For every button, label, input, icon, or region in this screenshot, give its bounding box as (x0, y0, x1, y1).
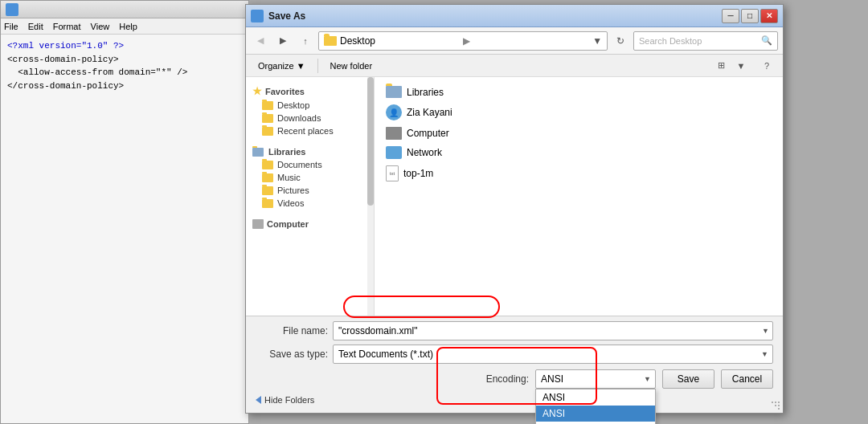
savetype-select-wrapper[interactable]: Text Documents (*.txt) (333, 344, 773, 364)
nav-item-music[interactable]: Music (246, 171, 374, 184)
resize-dots-row2 (775, 405, 780, 406)
file-item-network[interactable]: Network (381, 144, 776, 161)
address-text: Desktop (340, 35, 457, 47)
nav-item-pictures[interactable]: Pictures (246, 184, 374, 197)
menu-help[interactable]: Help (119, 22, 137, 31)
scrollbar-thumb[interactable] (367, 77, 374, 206)
refresh-button[interactable]: ↻ (611, 32, 630, 50)
favorites-section: ★ Favorites Desktop Downloads Recent pla… (246, 84, 374, 137)
music-folder-icon (262, 173, 273, 182)
resize-dots-row3 (778, 408, 780, 410)
nav-item-desktop[interactable]: Desktop (246, 99, 374, 112)
nav-label-music: Music (277, 173, 301, 182)
minimize-button[interactable]: ─ (722, 9, 739, 23)
libraries-section: Libraries Documents Music Pictures Video… (246, 144, 374, 210)
filename-label: File name: (256, 325, 328, 336)
new-folder-button[interactable]: New folder (325, 57, 379, 75)
xml-line-4: </cross-domain-policy> (7, 80, 242, 93)
editor-app-icon (6, 3, 18, 16)
filename-row: File name: "crossdomain.xml" ▼ (256, 321, 773, 340)
hide-folders-button[interactable]: Hide Folders (256, 395, 314, 405)
nav-item-downloads[interactable]: Downloads (246, 112, 374, 124)
help-icon[interactable]: ? (757, 57, 776, 75)
resize-dot (775, 405, 776, 406)
file-item-libraries[interactable]: Libraries (381, 84, 776, 100)
encoding-select[interactable]: ANSI Unicode Unicode big endian UTF-8 (535, 369, 656, 389)
menu-view[interactable]: View (91, 22, 110, 31)
dialog-toolbar: Organize ▼ New folder ⊞ ▼ ? (246, 55, 783, 77)
encoding-menu-ansi[interactable]: ANSI (536, 389, 655, 406)
nav-label-pictures: Pictures (277, 186, 309, 195)
editor-titlebar (1, 1, 248, 18)
resize-dot (772, 402, 773, 403)
back-button[interactable]: ◀ (251, 32, 270, 50)
nav-item-videos[interactable]: Videos (246, 197, 374, 210)
hide-folders-label: Hide Folders (264, 395, 314, 405)
file-item-zia[interactable]: 👤 Zia Kayani (381, 102, 776, 123)
nav-item-recent[interactable]: Recent places (246, 124, 374, 137)
search-box[interactable]: Search Desktop 🔍 (633, 31, 778, 51)
cancel-button[interactable]: Cancel (721, 369, 773, 389)
file-item-computer[interactable]: Computer (381, 124, 776, 142)
xml-line-1: <?xml version="1.0" ?> (7, 39, 242, 53)
address-input-box[interactable]: Desktop ▶ ▼ (318, 31, 608, 51)
file-name-computer: Computer (407, 128, 449, 139)
favorites-header: ★ Favorites (246, 84, 374, 99)
computer-text: Computer (267, 219, 309, 229)
resize-handle[interactable] (768, 398, 780, 410)
address-bar: ◀ ▶ ↑ Desktop ▶ ▼ ↻ Search Desktop 🔍 (246, 27, 783, 55)
dialog-title-text: Save As (268, 10, 305, 22)
encoding-menu-ansi-selected[interactable]: ANSI (536, 406, 655, 422)
organize-button[interactable]: Organize ▼ (252, 57, 311, 75)
star-icon: ★ (252, 85, 262, 97)
nav-label-videos: Videos (277, 198, 304, 208)
editor-content-area: <?xml version="1.0" ?> <cross-domain-pol… (1, 35, 248, 97)
file-list-panel: Libraries 👤 Zia Kayani Computer Network … (375, 77, 783, 316)
view-dropdown-icon[interactable]: ▼ (731, 57, 751, 75)
filename-value: "crossdomain.xml" (338, 325, 418, 336)
encoding-row: Encoding: ANSI Unicode Unicode big endia… (256, 368, 773, 392)
dialog-content-area: ★ Favorites Desktop Downloads Recent pla… (246, 77, 783, 316)
menu-edit[interactable]: Edit (28, 22, 43, 31)
organize-dropdown-icon: ▼ (297, 61, 305, 71)
forward-button[interactable]: ▶ (273, 32, 293, 50)
savetype-select[interactable]: Text Documents (*.txt) (333, 344, 773, 364)
new-folder-label: New folder (330, 61, 373, 71)
file-name-zia: Zia Kayani (407, 107, 452, 118)
organize-label: Organize (258, 61, 294, 71)
resize-dot (775, 402, 776, 403)
view-icons-group[interactable]: ⊞ ▼ (711, 57, 751, 75)
scrollbar-track[interactable] (367, 77, 374, 316)
save-button[interactable]: Save (662, 369, 714, 389)
menu-file[interactable]: File (4, 22, 18, 31)
desktop-folder-icon (262, 101, 273, 110)
up-button[interactable]: ↑ (296, 32, 315, 50)
maximize-button[interactable]: □ (741, 9, 759, 23)
favorites-label: Favorites (265, 87, 305, 96)
editor-menubar[interactable]: File Edit Format View Help (1, 18, 248, 35)
nav-item-documents[interactable]: Documents (246, 158, 374, 171)
dialog-window-controls[interactable]: ─ □ ✕ (722, 9, 778, 23)
xml-line-2: <cross-domain-policy> (7, 53, 242, 67)
computer-section: Computer (246, 216, 374, 230)
txt-file-icon: txt (386, 165, 399, 181)
dialog-title-section: Save As (251, 10, 305, 22)
libraries-label: Libraries (268, 147, 305, 157)
left-navigation-panel: ★ Favorites Desktop Downloads Recent pla… (246, 77, 375, 316)
network-icon (386, 146, 402, 159)
pictures-folder-icon (262, 186, 273, 195)
savetype-row: Save as type: Text Documents (*.txt) (256, 344, 773, 364)
encoding-select-container[interactable]: ANSI Unicode Unicode big endian UTF-8 AN… (535, 369, 656, 389)
encoding-dropdown-menu[interactable]: ANSI ANSI Unicode Unicode big endian UTF… (535, 389, 656, 424)
address-dropdown-icon[interactable]: ▼ (592, 35, 602, 47)
menu-format[interactable]: Format (53, 22, 81, 31)
filename-dropdown-arrow[interactable]: ▼ (762, 327, 769, 335)
file-name-top1m: top-1m (403, 168, 433, 179)
view-grid-icon[interactable]: ⊞ (711, 57, 731, 75)
file-item-top1m[interactable]: txt top-1m (381, 163, 776, 184)
toolbar-separator (317, 59, 318, 73)
encoding-dropdown-wrapper[interactable]: ANSI Unicode Unicode big endian UTF-8 AN… (535, 369, 656, 389)
address-arrow-icon: ▶ (463, 35, 470, 47)
filename-input[interactable]: "crossdomain.xml" ▼ (333, 321, 773, 340)
close-button[interactable]: ✕ (760, 9, 778, 23)
